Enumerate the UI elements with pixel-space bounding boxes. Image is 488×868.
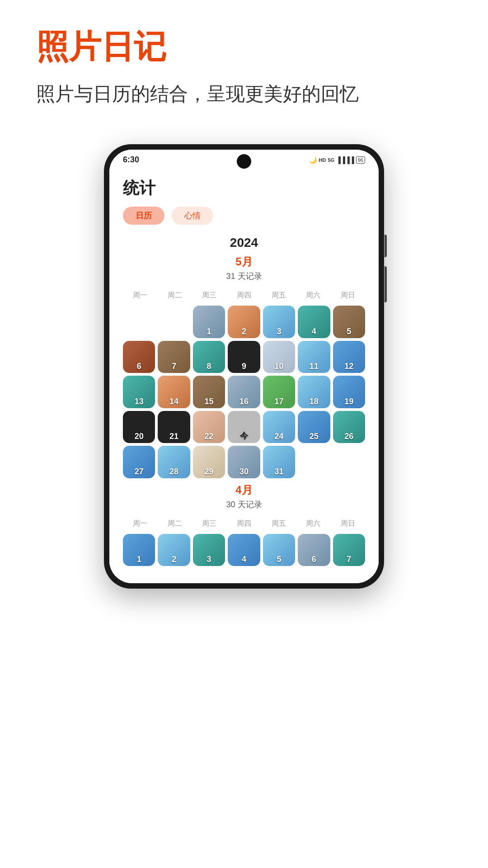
april-days-count: 30 天记录 xyxy=(123,499,365,510)
april-weekday-mon: 周一 xyxy=(123,517,158,530)
weekday-mon: 周一 xyxy=(123,289,158,302)
may-day-5[interactable]: 5 xyxy=(333,306,365,338)
may-day-30[interactable]: 30 xyxy=(228,446,260,478)
may-label: 5月 xyxy=(123,255,365,269)
april-weekdays: 周一 周二 周三 周四 周五 周六 周日 xyxy=(123,517,365,530)
weekday-tue: 周二 xyxy=(158,289,192,302)
may-day-7[interactable]: 7 xyxy=(158,341,190,373)
april-day-5[interactable]: 5 xyxy=(263,534,295,566)
may-day-10[interactable]: 10 xyxy=(263,341,295,373)
phone-frame: 6:30 🌙 HD 5G ▐▐▐▐ 96 统计 日历 心情 xyxy=(104,144,384,589)
weekday-fri: 周五 xyxy=(261,289,296,302)
may-empty-1 xyxy=(123,306,155,338)
april-weekday-tue: 周二 xyxy=(158,517,192,530)
top-section: 照片日记 照片与日历的结合，呈现更美好的回忆 xyxy=(0,0,488,126)
signal-icon: ▐▐▐▐ xyxy=(336,156,354,164)
may-section: 5月 31 天记录 周一 周二 周三 周四 周五 周六 周日 xyxy=(123,255,365,478)
status-time: 6:30 xyxy=(123,155,139,165)
camera-notch xyxy=(237,154,251,169)
may-day-14[interactable]: 14 xyxy=(158,376,190,408)
may-day-13[interactable]: 13 xyxy=(123,376,155,408)
tab-calendar[interactable]: 日历 xyxy=(123,207,164,225)
april-section: 4月 30 天记录 周一 周二 周三 周四 周五 周六 周日 1 xyxy=(123,483,365,566)
may-day-20[interactable]: 20 xyxy=(123,411,155,443)
may-day-21[interactable]: 21 xyxy=(158,411,190,443)
side-button-volume xyxy=(385,235,387,257)
may-day-31[interactable]: 31 xyxy=(263,446,295,478)
tab-row: 日历 心情 xyxy=(123,207,365,225)
weekday-wed: 周三 xyxy=(192,289,227,302)
year-label: 2024 xyxy=(123,236,365,250)
april-day-6[interactable]: 6 xyxy=(298,534,330,566)
may-day-15[interactable]: 15 xyxy=(193,376,225,408)
may-day-3[interactable]: 3 xyxy=(263,306,295,338)
may-calendar-grid: 1 2 3 4 xyxy=(123,306,365,478)
status-icons: 🌙 HD 5G ▐▐▐▐ 96 xyxy=(309,156,365,164)
app-title: 照片日记 xyxy=(36,27,452,66)
weekday-sat: 周六 xyxy=(296,289,331,302)
weekday-thu: 周四 xyxy=(227,289,262,302)
may-day-25[interactable]: 25 xyxy=(298,411,330,443)
hd-icon: HD xyxy=(319,157,326,163)
april-day-7[interactable]: 7 xyxy=(333,534,365,566)
may-day-1[interactable]: 1 xyxy=(193,306,225,338)
may-day-26[interactable]: 26 xyxy=(333,411,365,443)
april-day-4[interactable]: 4 xyxy=(228,534,260,566)
status-bar: 6:30 🌙 HD 5G ▐▐▐▐ 96 xyxy=(109,150,379,168)
may-empty-end-2 xyxy=(333,446,365,478)
may-empty-2 xyxy=(158,306,190,338)
april-weekday-sun: 周日 xyxy=(330,517,365,530)
weekday-sun: 周日 xyxy=(330,289,365,302)
tab-mood[interactable]: 心情 xyxy=(172,207,213,225)
may-day-6[interactable]: 6 xyxy=(123,341,155,373)
side-button-power xyxy=(385,266,387,302)
phone-screen: 6:30 🌙 HD 5G ▐▐▐▐ 96 统计 日历 心情 xyxy=(109,150,379,583)
april-weekday-sat: 周六 xyxy=(296,517,331,530)
may-day-18[interactable]: 18 xyxy=(298,376,330,408)
april-weekday-thu: 周四 xyxy=(227,517,262,530)
may-day-27[interactable]: 27 xyxy=(123,446,155,478)
network-icon: 5G xyxy=(328,157,334,163)
app-content: 统计 日历 心情 2024 5月 31 天记录 周一 周二 周三 xyxy=(109,168,379,583)
page-title: 统计 xyxy=(123,177,365,199)
april-calendar-grid: 1 2 3 4 5 xyxy=(123,534,365,566)
phone-wrapper: 6:30 🌙 HD 5G ▐▐▐▐ 96 统计 日历 心情 xyxy=(0,144,488,589)
may-day-19[interactable]: 19 xyxy=(333,376,365,408)
may-day-28[interactable]: 28 xyxy=(158,446,190,478)
may-day-11[interactable]: 11 xyxy=(298,341,330,373)
may-day-24[interactable]: 24 xyxy=(263,411,295,443)
battery-icon: 96 xyxy=(356,156,365,164)
may-days-count: 31 天记录 xyxy=(123,271,365,282)
april-day-1[interactable]: 1 xyxy=(123,534,155,566)
may-weekdays: 周一 周二 周三 周四 周五 周六 周日 xyxy=(123,289,365,302)
may-day-12[interactable]: 12 xyxy=(333,341,365,373)
may-empty-end-1 xyxy=(298,446,330,478)
may-day-16[interactable]: 16 xyxy=(228,376,260,408)
may-day-8[interactable]: 8 xyxy=(193,341,225,373)
may-day-17[interactable]: 17 xyxy=(263,376,295,408)
may-day-22[interactable]: 22 xyxy=(193,411,225,443)
moon-icon: 🌙 xyxy=(309,156,317,164)
april-label: 4月 xyxy=(123,483,365,497)
may-day-2[interactable]: 2 xyxy=(228,306,260,338)
may-day-29[interactable]: 29 xyxy=(193,446,225,478)
may-day-9[interactable]: 9 xyxy=(228,341,260,373)
april-day-3[interactable]: 3 xyxy=(193,534,225,566)
may-day-4[interactable]: 4 xyxy=(298,306,330,338)
may-day-today[interactable]: 今 xyxy=(228,411,260,443)
april-day-2[interactable]: 2 xyxy=(158,534,190,566)
april-weekday-fri: 周五 xyxy=(261,517,296,530)
april-weekday-wed: 周三 xyxy=(192,517,227,530)
app-subtitle: 照片与日历的结合，呈现更美好的回忆 xyxy=(36,80,452,108)
